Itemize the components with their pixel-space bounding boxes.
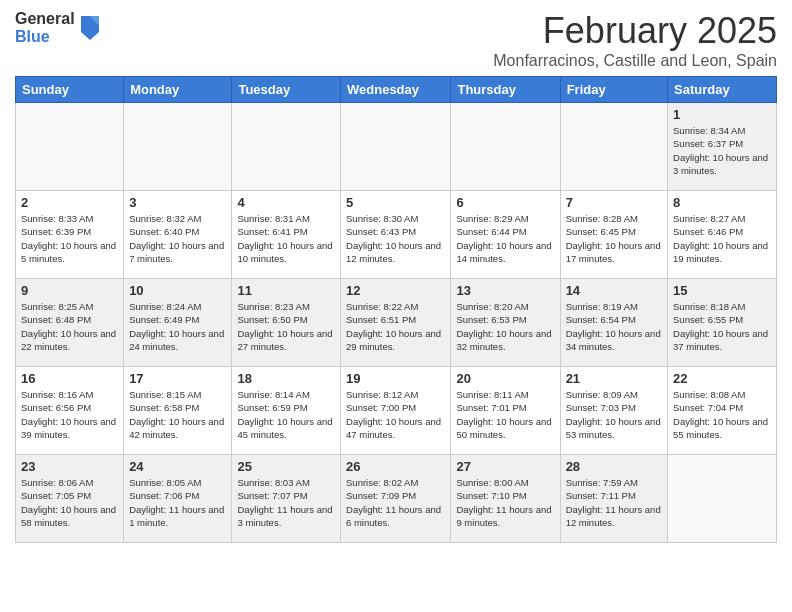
day-info: Sunrise: 8:05 AMSunset: 7:06 PMDaylight:… <box>129 476 226 529</box>
calendar-cell: 27Sunrise: 8:00 AMSunset: 7:10 PMDayligh… <box>451 455 560 543</box>
page-container: General Blue February 2025 Monfarracinos… <box>0 0 792 553</box>
day-number: 23 <box>21 459 118 474</box>
day-number: 5 <box>346 195 445 210</box>
header-thursday: Thursday <box>451 77 560 103</box>
calendar-cell <box>668 455 777 543</box>
calendar-cell: 16Sunrise: 8:16 AMSunset: 6:56 PMDayligh… <box>16 367 124 455</box>
calendar-cell <box>341 103 451 191</box>
header-monday: Monday <box>124 77 232 103</box>
calendar-cell <box>451 103 560 191</box>
calendar-cell: 3Sunrise: 8:32 AMSunset: 6:40 PMDaylight… <box>124 191 232 279</box>
calendar-week-1: 2Sunrise: 8:33 AMSunset: 6:39 PMDaylight… <box>16 191 777 279</box>
day-number: 22 <box>673 371 771 386</box>
day-number: 10 <box>129 283 226 298</box>
calendar-cell: 14Sunrise: 8:19 AMSunset: 6:54 PMDayligh… <box>560 279 667 367</box>
calendar-week-0: 1Sunrise: 8:34 AMSunset: 6:37 PMDaylight… <box>16 103 777 191</box>
day-info: Sunrise: 8:15 AMSunset: 6:58 PMDaylight:… <box>129 388 226 441</box>
calendar-cell: 23Sunrise: 8:06 AMSunset: 7:05 PMDayligh… <box>16 455 124 543</box>
day-number: 18 <box>237 371 335 386</box>
day-number: 4 <box>237 195 335 210</box>
day-info: Sunrise: 8:09 AMSunset: 7:03 PMDaylight:… <box>566 388 662 441</box>
calendar-cell: 17Sunrise: 8:15 AMSunset: 6:58 PMDayligh… <box>124 367 232 455</box>
day-number: 28 <box>566 459 662 474</box>
day-number: 11 <box>237 283 335 298</box>
calendar-cell: 1Sunrise: 8:34 AMSunset: 6:37 PMDaylight… <box>668 103 777 191</box>
day-info: Sunrise: 8:16 AMSunset: 6:56 PMDaylight:… <box>21 388 118 441</box>
calendar-cell: 5Sunrise: 8:30 AMSunset: 6:43 PMDaylight… <box>341 191 451 279</box>
day-number: 7 <box>566 195 662 210</box>
calendar-cell: 9Sunrise: 8:25 AMSunset: 6:48 PMDaylight… <box>16 279 124 367</box>
day-info: Sunrise: 8:25 AMSunset: 6:48 PMDaylight:… <box>21 300 118 353</box>
calendar-cell <box>16 103 124 191</box>
calendar-cell: 12Sunrise: 8:22 AMSunset: 6:51 PMDayligh… <box>341 279 451 367</box>
day-number: 12 <box>346 283 445 298</box>
day-number: 16 <box>21 371 118 386</box>
title-block: February 2025 Monfarracinos, Castille an… <box>493 10 777 70</box>
day-info: Sunrise: 8:14 AMSunset: 6:59 PMDaylight:… <box>237 388 335 441</box>
calendar-cell: 13Sunrise: 8:20 AMSunset: 6:53 PMDayligh… <box>451 279 560 367</box>
calendar-cell: 28Sunrise: 7:59 AMSunset: 7:11 PMDayligh… <box>560 455 667 543</box>
day-info: Sunrise: 8:18 AMSunset: 6:55 PMDaylight:… <box>673 300 771 353</box>
day-info: Sunrise: 8:12 AMSunset: 7:00 PMDaylight:… <box>346 388 445 441</box>
day-number: 17 <box>129 371 226 386</box>
day-info: Sunrise: 8:02 AMSunset: 7:09 PMDaylight:… <box>346 476 445 529</box>
day-number: 13 <box>456 283 554 298</box>
day-info: Sunrise: 8:11 AMSunset: 7:01 PMDaylight:… <box>456 388 554 441</box>
day-number: 19 <box>346 371 445 386</box>
calendar-cell: 8Sunrise: 8:27 AMSunset: 6:46 PMDaylight… <box>668 191 777 279</box>
calendar-cell: 11Sunrise: 8:23 AMSunset: 6:50 PMDayligh… <box>232 279 341 367</box>
calendar-cell: 26Sunrise: 8:02 AMSunset: 7:09 PMDayligh… <box>341 455 451 543</box>
calendar-cell: 22Sunrise: 8:08 AMSunset: 7:04 PMDayligh… <box>668 367 777 455</box>
calendar-week-2: 9Sunrise: 8:25 AMSunset: 6:48 PMDaylight… <box>16 279 777 367</box>
calendar-week-3: 16Sunrise: 8:16 AMSunset: 6:56 PMDayligh… <box>16 367 777 455</box>
day-info: Sunrise: 8:34 AMSunset: 6:37 PMDaylight:… <box>673 124 771 177</box>
calendar-cell: 10Sunrise: 8:24 AMSunset: 6:49 PMDayligh… <box>124 279 232 367</box>
header-tuesday: Tuesday <box>232 77 341 103</box>
calendar-cell: 4Sunrise: 8:31 AMSunset: 6:41 PMDaylight… <box>232 191 341 279</box>
day-number: 27 <box>456 459 554 474</box>
day-info: Sunrise: 8:29 AMSunset: 6:44 PMDaylight:… <box>456 212 554 265</box>
calendar-cell: 2Sunrise: 8:33 AMSunset: 6:39 PMDaylight… <box>16 191 124 279</box>
calendar-cell: 19Sunrise: 8:12 AMSunset: 7:00 PMDayligh… <box>341 367 451 455</box>
logo: General Blue <box>15 10 101 46</box>
day-number: 2 <box>21 195 118 210</box>
header-row: General Blue February 2025 Monfarracinos… <box>15 10 777 70</box>
calendar-table: Sunday Monday Tuesday Wednesday Thursday… <box>15 76 777 543</box>
day-info: Sunrise: 7:59 AMSunset: 7:11 PMDaylight:… <box>566 476 662 529</box>
day-number: 24 <box>129 459 226 474</box>
day-number: 20 <box>456 371 554 386</box>
calendar-cell: 20Sunrise: 8:11 AMSunset: 7:01 PMDayligh… <box>451 367 560 455</box>
day-number: 26 <box>346 459 445 474</box>
day-info: Sunrise: 8:24 AMSunset: 6:49 PMDaylight:… <box>129 300 226 353</box>
header-wednesday: Wednesday <box>341 77 451 103</box>
calendar-cell <box>232 103 341 191</box>
day-number: 9 <box>21 283 118 298</box>
calendar-cell <box>124 103 232 191</box>
day-info: Sunrise: 8:31 AMSunset: 6:41 PMDaylight:… <box>237 212 335 265</box>
logo-blue: Blue <box>15 28 50 45</box>
logo-icon <box>79 12 101 44</box>
day-info: Sunrise: 8:03 AMSunset: 7:07 PMDaylight:… <box>237 476 335 529</box>
day-info: Sunrise: 8:32 AMSunset: 6:40 PMDaylight:… <box>129 212 226 265</box>
month-title: February 2025 <box>493 10 777 52</box>
day-info: Sunrise: 8:33 AMSunset: 6:39 PMDaylight:… <box>21 212 118 265</box>
day-number: 1 <box>673 107 771 122</box>
calendar-cell: 24Sunrise: 8:05 AMSunset: 7:06 PMDayligh… <box>124 455 232 543</box>
day-number: 3 <box>129 195 226 210</box>
logo-text: General Blue <box>15 10 75 46</box>
day-info: Sunrise: 8:22 AMSunset: 6:51 PMDaylight:… <box>346 300 445 353</box>
day-info: Sunrise: 8:30 AMSunset: 6:43 PMDaylight:… <box>346 212 445 265</box>
day-info: Sunrise: 8:19 AMSunset: 6:54 PMDaylight:… <box>566 300 662 353</box>
day-info: Sunrise: 8:23 AMSunset: 6:50 PMDaylight:… <box>237 300 335 353</box>
logo-general: General <box>15 10 75 27</box>
calendar-cell: 18Sunrise: 8:14 AMSunset: 6:59 PMDayligh… <box>232 367 341 455</box>
calendar-week-4: 23Sunrise: 8:06 AMSunset: 7:05 PMDayligh… <box>16 455 777 543</box>
day-number: 25 <box>237 459 335 474</box>
day-info: Sunrise: 8:28 AMSunset: 6:45 PMDaylight:… <box>566 212 662 265</box>
calendar-header-row: Sunday Monday Tuesday Wednesday Thursday… <box>16 77 777 103</box>
header-friday: Friday <box>560 77 667 103</box>
day-number: 15 <box>673 283 771 298</box>
calendar-cell <box>560 103 667 191</box>
day-info: Sunrise: 8:00 AMSunset: 7:10 PMDaylight:… <box>456 476 554 529</box>
day-info: Sunrise: 8:08 AMSunset: 7:04 PMDaylight:… <box>673 388 771 441</box>
